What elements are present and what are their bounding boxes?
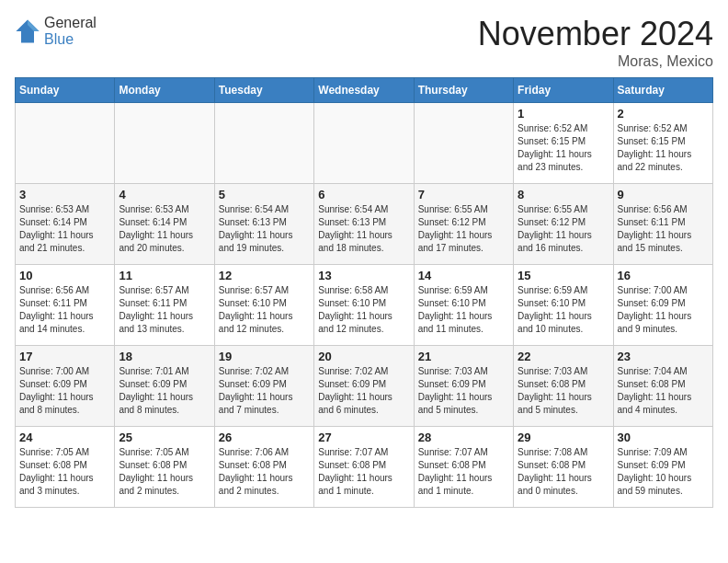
- cell-info: Sunrise: 6:57 AMSunset: 6:11 PMDaylight:…: [119, 284, 210, 336]
- cell-info: Sunrise: 6:56 AMSunset: 6:11 PMDaylight:…: [618, 203, 709, 255]
- calendar-cell: 25Sunrise: 7:05 AMSunset: 6:08 PMDayligh…: [115, 427, 214, 508]
- calendar-cell: 6Sunrise: 6:54 AMSunset: 6:13 PMDaylight…: [314, 184, 414, 265]
- day-number: 5: [219, 188, 310, 201]
- day-number: 2: [618, 107, 709, 121]
- weekday-header-sunday: Sunday: [16, 78, 115, 103]
- calendar-cell: 9Sunrise: 6:56 AMSunset: 6:11 PMDaylight…: [613, 184, 712, 265]
- calendar-cell: 10Sunrise: 6:56 AMSunset: 6:11 PMDayligh…: [16, 265, 115, 346]
- day-number: 17: [19, 350, 110, 363]
- day-number: 23: [618, 350, 709, 363]
- day-number: 4: [119, 188, 210, 201]
- cell-info: Sunrise: 6:54 AMSunset: 6:13 PMDaylight:…: [318, 203, 409, 255]
- logo: General Blue: [15, 15, 97, 47]
- calendar-week-5: 24Sunrise: 7:05 AMSunset: 6:08 PMDayligh…: [16, 427, 713, 508]
- day-number: 24: [19, 431, 110, 444]
- day-number: 7: [418, 188, 509, 201]
- weekday-header-saturday: Saturday: [613, 78, 712, 103]
- cell-info: Sunrise: 7:03 AMSunset: 6:08 PMDaylight:…: [518, 365, 609, 417]
- weekday-header-row: SundayMondayTuesdayWednesdayThursdayFrid…: [16, 78, 713, 103]
- day-number: 26: [219, 431, 310, 444]
- day-number: 14: [418, 269, 509, 282]
- title-block: November 2024 Moras, Mexico: [478, 15, 713, 70]
- calendar-cell: 16Sunrise: 7:00 AMSunset: 6:09 PMDayligh…: [613, 265, 712, 346]
- calendar-cell: 29Sunrise: 7:08 AMSunset: 6:08 PMDayligh…: [514, 427, 613, 508]
- calendar-cell: 20Sunrise: 7:02 AMSunset: 6:09 PMDayligh…: [314, 346, 414, 427]
- calendar-cell: 11Sunrise: 6:57 AMSunset: 6:11 PMDayligh…: [115, 265, 214, 346]
- cell-info: Sunrise: 7:04 AMSunset: 6:08 PMDaylight:…: [618, 365, 709, 417]
- day-number: 15: [518, 269, 609, 282]
- month-title: November 2024: [478, 15, 713, 53]
- calendar-cell: 3Sunrise: 6:53 AMSunset: 6:14 PMDaylight…: [16, 184, 115, 265]
- cell-info: Sunrise: 7:07 AMSunset: 6:08 PMDaylight:…: [318, 446, 409, 498]
- calendar-cell: 5Sunrise: 6:54 AMSunset: 6:13 PMDaylight…: [214, 184, 313, 265]
- calendar-cell: 24Sunrise: 7:05 AMSunset: 6:08 PMDayligh…: [16, 427, 115, 508]
- calendar-cell: 30Sunrise: 7:09 AMSunset: 6:09 PMDayligh…: [613, 427, 712, 508]
- day-number: 1: [518, 107, 609, 121]
- day-number: 19: [219, 350, 310, 363]
- cell-info: Sunrise: 6:58 AMSunset: 6:10 PMDaylight:…: [318, 284, 409, 336]
- calendar-cell: 26Sunrise: 7:06 AMSunset: 6:08 PMDayligh…: [214, 427, 313, 508]
- cell-info: Sunrise: 7:00 AMSunset: 6:09 PMDaylight:…: [618, 284, 709, 336]
- day-number: 28: [418, 431, 509, 444]
- location: Moras, Mexico: [478, 53, 713, 70]
- cell-info: Sunrise: 7:06 AMSunset: 6:08 PMDaylight:…: [219, 446, 310, 498]
- calendar-cell: [115, 103, 214, 184]
- weekday-header-tuesday: Tuesday: [214, 78, 313, 103]
- day-number: 13: [318, 269, 409, 282]
- cell-info: Sunrise: 7:05 AMSunset: 6:08 PMDaylight:…: [19, 446, 110, 498]
- calendar-week-2: 3Sunrise: 6:53 AMSunset: 6:14 PMDaylight…: [16, 184, 713, 265]
- cell-info: Sunrise: 7:02 AMSunset: 6:09 PMDaylight:…: [318, 365, 409, 417]
- cell-info: Sunrise: 6:59 AMSunset: 6:10 PMDaylight:…: [418, 284, 509, 336]
- day-number: 29: [518, 431, 609, 444]
- cell-info: Sunrise: 7:08 AMSunset: 6:08 PMDaylight:…: [518, 446, 609, 498]
- weekday-header-thursday: Thursday: [414, 78, 513, 103]
- calendar-cell: 13Sunrise: 6:58 AMSunset: 6:10 PMDayligh…: [314, 265, 414, 346]
- logo-general-text: General: [44, 15, 97, 30]
- day-number: 10: [19, 269, 110, 282]
- cell-info: Sunrise: 6:59 AMSunset: 6:10 PMDaylight:…: [518, 284, 609, 336]
- cell-info: Sunrise: 7:09 AMSunset: 6:09 PMDaylight:…: [618, 446, 709, 498]
- cell-info: Sunrise: 7:00 AMSunset: 6:09 PMDaylight:…: [19, 365, 110, 417]
- cell-info: Sunrise: 6:55 AMSunset: 6:12 PMDaylight:…: [418, 203, 509, 255]
- calendar-cell: 2Sunrise: 6:52 AMSunset: 6:15 PMDaylight…: [613, 103, 712, 184]
- calendar-cell: 15Sunrise: 6:59 AMSunset: 6:10 PMDayligh…: [514, 265, 613, 346]
- cell-info: Sunrise: 6:53 AMSunset: 6:14 PMDaylight:…: [19, 203, 110, 255]
- logo-icon: [15, 18, 40, 44]
- cell-info: Sunrise: 7:03 AMSunset: 6:09 PMDaylight:…: [418, 365, 509, 417]
- weekday-header-monday: Monday: [115, 78, 214, 103]
- day-number: 22: [518, 350, 609, 363]
- calendar-cell: [414, 103, 513, 184]
- cell-info: Sunrise: 7:02 AMSunset: 6:09 PMDaylight:…: [219, 365, 310, 417]
- day-number: 18: [119, 350, 210, 363]
- calendar-cell: [314, 103, 414, 184]
- cell-info: Sunrise: 6:54 AMSunset: 6:13 PMDaylight:…: [219, 203, 310, 255]
- day-number: 6: [318, 188, 409, 201]
- calendar-cell: 17Sunrise: 7:00 AMSunset: 6:09 PMDayligh…: [16, 346, 115, 427]
- calendar-cell: 22Sunrise: 7:03 AMSunset: 6:08 PMDayligh…: [514, 346, 613, 427]
- calendar-cell: 14Sunrise: 6:59 AMSunset: 6:10 PMDayligh…: [414, 265, 513, 346]
- calendar-cell: 21Sunrise: 7:03 AMSunset: 6:09 PMDayligh…: [414, 346, 513, 427]
- calendar-week-3: 10Sunrise: 6:56 AMSunset: 6:11 PMDayligh…: [16, 265, 713, 346]
- page-header: General Blue November 2024 Moras, Mexico: [15, 15, 713, 70]
- day-number: 9: [618, 188, 709, 201]
- cell-info: Sunrise: 6:56 AMSunset: 6:11 PMDaylight:…: [19, 284, 110, 336]
- day-number: 8: [518, 188, 609, 201]
- day-number: 12: [219, 269, 310, 282]
- cell-info: Sunrise: 7:05 AMSunset: 6:08 PMDaylight:…: [119, 446, 210, 498]
- calendar-cell: [214, 103, 313, 184]
- cell-info: Sunrise: 6:57 AMSunset: 6:10 PMDaylight:…: [219, 284, 310, 336]
- calendar-cell: 18Sunrise: 7:01 AMSunset: 6:09 PMDayligh…: [115, 346, 214, 427]
- calendar-cell: 12Sunrise: 6:57 AMSunset: 6:10 PMDayligh…: [214, 265, 313, 346]
- cell-info: Sunrise: 7:07 AMSunset: 6:08 PMDaylight:…: [418, 446, 509, 498]
- day-number: 3: [19, 188, 110, 201]
- cell-info: Sunrise: 6:52 AMSunset: 6:15 PMDaylight:…: [618, 122, 709, 174]
- calendar-cell: [16, 103, 115, 184]
- calendar-cell: 28Sunrise: 7:07 AMSunset: 6:08 PMDayligh…: [414, 427, 513, 508]
- weekday-header-wednesday: Wednesday: [314, 78, 414, 103]
- day-number: 25: [119, 431, 210, 444]
- calendar-cell: 7Sunrise: 6:55 AMSunset: 6:12 PMDaylight…: [414, 184, 513, 265]
- day-number: 20: [318, 350, 409, 363]
- logo-blue-text: Blue: [44, 31, 74, 47]
- calendar-cell: 1Sunrise: 6:52 AMSunset: 6:15 PMDaylight…: [514, 103, 613, 184]
- calendar-cell: 23Sunrise: 7:04 AMSunset: 6:08 PMDayligh…: [613, 346, 712, 427]
